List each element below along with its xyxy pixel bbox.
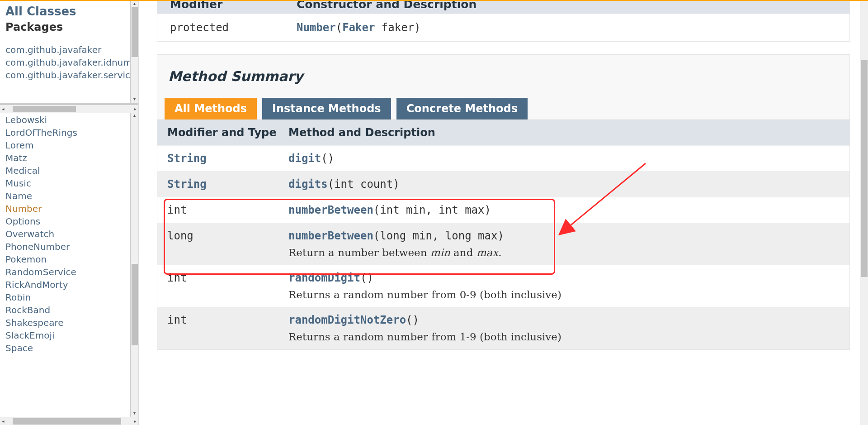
package-link[interactable]: com.github.javafaker: [5, 43, 133, 56]
class-link-lebowski[interactable]: Lebowski: [5, 114, 133, 126]
method-description: Return a number between min and max.: [288, 247, 840, 258]
constructor-header-desc: Constructor and Description: [297, 1, 476, 11]
method-desc-cell: digits(int count): [284, 172, 849, 197]
class-link-options[interactable]: Options: [5, 215, 133, 228]
classes-hscroll[interactable]: ◂▸: [0, 417, 138, 425]
method-type: int: [157, 307, 284, 349]
class-link-overwatch[interactable]: Overwatch: [5, 228, 133, 240]
tab-concrete-methods[interactable]: Concrete Methods: [396, 98, 528, 119]
constructor-header-modifier: Modifier: [170, 1, 297, 11]
class-link-medical[interactable]: Medical: [5, 164, 133, 177]
class-link-slackemoji[interactable]: SlackEmoji: [5, 329, 133, 342]
constructor-modifier: protected: [170, 21, 297, 34]
method-summary-title: Method Summary: [157, 55, 849, 91]
package-link[interactable]: com.github.javafaker.idnumbers: [5, 56, 133, 69]
method-desc-cell: numberBetween(int min, int max): [284, 197, 849, 223]
tab-instance-methods[interactable]: Instance Methods: [262, 98, 391, 119]
method-desc-cell: digit(): [284, 146, 849, 171]
method-type: String: [157, 172, 284, 197]
class-link-rockband[interactable]: RockBand: [5, 304, 133, 316]
method-row: intrandomDigitNotZero()Returns a random …: [157, 307, 849, 349]
class-link-matz[interactable]: Matz: [5, 152, 133, 164]
class-link-name[interactable]: Name: [5, 190, 133, 202]
type-link[interactable]: String: [167, 178, 207, 191]
class-link-shakespeare[interactable]: Shakespeare: [5, 316, 133, 329]
method-link[interactable]: randomDigit: [288, 272, 360, 284]
method-type: long: [157, 223, 284, 265]
all-classes-link[interactable]: All Classes: [5, 5, 76, 18]
class-link-space[interactable]: Space: [5, 342, 133, 354]
class-link-phonenumber[interactable]: PhoneNumber: [5, 240, 133, 253]
method-description: Returns a random number from 1-9 (both i…: [288, 331, 840, 343]
method-description: Returns a random number from 0-9 (both i…: [288, 289, 840, 301]
class-link-lordoftherings[interactable]: LordOfTheRings: [5, 126, 133, 139]
class-link-number[interactable]: Number: [5, 202, 133, 215]
classes-vscroll[interactable]: ▴▾: [130, 113, 138, 417]
class-link-music[interactable]: Music: [5, 177, 133, 190]
method-signature: randomDigitNotZero(): [288, 314, 840, 326]
packages-hscroll[interactable]: ◂▸: [0, 105, 138, 113]
constructor-signature: Number(Faker faker): [297, 21, 421, 34]
main-vscroll[interactable]: [860, 1, 868, 425]
class-list: LebowskiLordOfTheRingsLoremMatzMedicalMu…: [5, 114, 133, 354]
constructor-summary-header: Modifier Constructor and Description: [157, 1, 849, 14]
packages-heading: Packages: [5, 21, 133, 33]
tab-all-methods[interactable]: All Methods: [165, 98, 257, 119]
method-type: String: [157, 146, 284, 171]
method-link[interactable]: digits: [288, 178, 328, 191]
method-row: longnumberBetween(long min, long max)Ret…: [157, 223, 849, 265]
method-table-header: Modifier and Type Method and Description: [157, 120, 849, 146]
package-list: com.github.javafakercom.github.javafaker…: [5, 43, 133, 81]
method-row: intrandomDigit()Returns a random number …: [157, 265, 849, 307]
main-content: Modifier Constructor and Description pro…: [139, 1, 868, 425]
method-header-type: Modifier and Type: [157, 120, 284, 145]
method-desc-cell: randomDigitNotZero()Returns a random num…: [284, 307, 849, 349]
constructor-row: protected Number(Faker faker): [157, 14, 849, 41]
faker-type-link[interactable]: Faker: [342, 21, 375, 34]
class-link-pokemon[interactable]: Pokemon: [5, 253, 133, 266]
constructor-summary-block: Modifier Constructor and Description pro…: [157, 1, 850, 42]
method-tabs: All MethodsInstance MethodsConcrete Meth…: [157, 91, 849, 119]
method-signature: numberBetween(long min, long max): [288, 229, 840, 242]
package-link[interactable]: com.github.javafaker.service: [5, 69, 133, 81]
method-link[interactable]: numberBetween: [288, 229, 373, 242]
method-row: Stringdigits(int count): [157, 172, 849, 197]
method-type: int: [157, 197, 284, 223]
method-table: Modifier and Type Method and Description…: [157, 119, 849, 349]
method-row: Stringdigit(): [157, 146, 849, 172]
method-link[interactable]: numberBetween: [288, 204, 373, 216]
classes-pane: ▴▾ LebowskiLordOfTheRingsLoremMatzMedica…: [0, 113, 138, 417]
method-desc-cell: randomDigit()Returns a random number fro…: [284, 265, 849, 307]
constructor-link[interactable]: Number: [297, 21, 336, 34]
packages-vscroll[interactable]: ▴▾: [130, 1, 138, 103]
method-signature: digit(): [288, 152, 840, 165]
class-link-lorem[interactable]: Lorem: [5, 139, 133, 152]
method-signature: numberBetween(int min, int max): [288, 204, 840, 216]
sidebar: ▴▾ All Classes Packages com.github.javaf…: [0, 1, 139, 425]
type-link[interactable]: String: [167, 152, 207, 165]
class-link-rickandmorty[interactable]: RickAndMorty: [5, 278, 133, 291]
class-link-randomservice[interactable]: RandomService: [5, 266, 133, 278]
method-header-desc: Method and Description: [284, 120, 849, 145]
method-signature: digits(int count): [288, 178, 840, 191]
method-desc-cell: numberBetween(long min, long max)Return …: [284, 223, 849, 265]
method-summary-block: Method Summary All MethodsInstance Metho…: [157, 54, 850, 350]
method-type: int: [157, 265, 284, 307]
packages-pane: ▴▾ All Classes Packages com.github.javaf…: [0, 1, 138, 105]
class-link-robin[interactable]: Robin: [5, 291, 133, 304]
method-link[interactable]: randomDigitNotZero: [288, 314, 406, 326]
method-row: intnumberBetween(int min, int max): [157, 197, 849, 223]
method-signature: randomDigit(): [288, 272, 840, 284]
method-link[interactable]: digit: [288, 152, 321, 165]
